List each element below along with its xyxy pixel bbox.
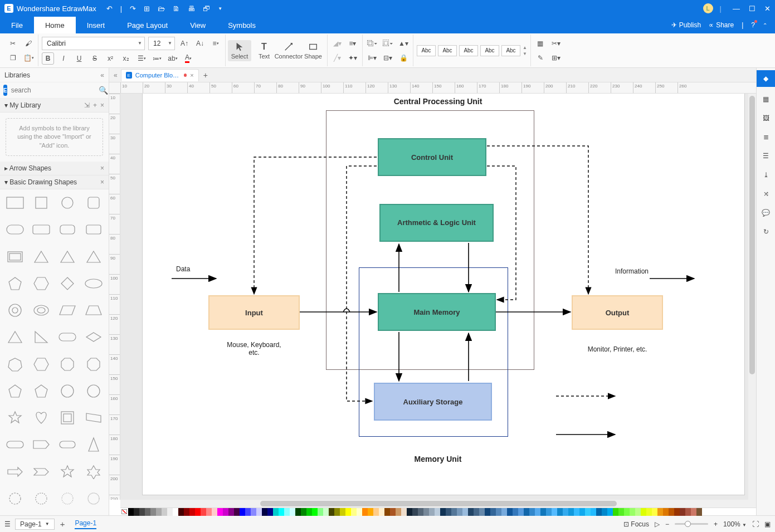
color-swatch[interactable] (613, 508, 618, 516)
block-output[interactable]: Output (572, 295, 663, 330)
tab-home[interactable]: Home (34, 17, 76, 33)
color-swatch[interactable] (635, 508, 641, 516)
color-swatch[interactable] (674, 508, 680, 516)
share-button[interactable]: ∝Share (709, 21, 734, 29)
color-swatch[interactable] (340, 508, 345, 516)
color-swatch[interactable] (251, 508, 256, 516)
shape-rhombus[interactable] (82, 327, 105, 347)
tab-page-layout[interactable]: Page Layout (116, 17, 179, 33)
shape-pentagon-3[interactable] (30, 381, 52, 401)
color-swatch[interactable] (591, 508, 596, 516)
shape-stadium[interactable] (56, 327, 79, 347)
color-swatch[interactable] (373, 508, 379, 516)
collapse-ribbon-button[interactable]: ⌃ (763, 22, 767, 28)
color-swatch[interactable] (212, 508, 217, 516)
close-section-icon[interactable]: × (100, 164, 104, 172)
zoom-slider[interactable] (675, 523, 708, 525)
color-swatch[interactable] (306, 508, 312, 516)
color-swatch[interactable] (295, 508, 301, 516)
color-swatch[interactable] (128, 508, 134, 516)
color-swatch[interactable] (145, 508, 150, 516)
italic-button[interactable]: I (57, 52, 70, 65)
style-preset-2[interactable]: Abc (438, 45, 457, 56)
color-swatch[interactable] (173, 508, 178, 516)
section-basic-shapes[interactable]: ▾ Basic Drawing Shapes × (0, 175, 109, 189)
color-swatch[interactable] (457, 508, 462, 516)
color-swatch[interactable] (630, 508, 635, 516)
shape-triangle-3[interactable] (82, 247, 105, 267)
shape-triangle-tall[interactable] (82, 435, 105, 455)
color-swatch[interactable] (390, 508, 396, 516)
shape-hexagon-2[interactable] (30, 354, 52, 374)
color-swatch[interactable] (245, 508, 251, 516)
color-swatch[interactable] (624, 508, 630, 516)
block-alu[interactable]: Arthmetic & Logic Unit (379, 204, 494, 242)
ruler-button[interactable]: ⊞▾ (550, 52, 562, 64)
color-swatch[interactable] (357, 508, 362, 516)
lock-button[interactable]: 🔒 (397, 52, 410, 64)
color-swatch[interactable] (540, 508, 546, 516)
style-preset-5[interactable]: Abc (501, 45, 520, 56)
font-family-dropdown[interactable]: Calibri▼ (42, 37, 145, 50)
color-swatch[interactable] (641, 508, 646, 516)
new-tab-button[interactable]: + (200, 71, 211, 80)
no-fill-swatch[interactable] (120, 508, 128, 515)
color-swatch[interactable] (201, 508, 206, 516)
shape-burst-12[interactable] (30, 489, 52, 509)
color-swatch[interactable] (423, 508, 429, 516)
scrollbar-horizontal[interactable] (120, 500, 756, 507)
shape-donut[interactable] (3, 300, 26, 320)
color-swatch[interactable] (652, 508, 657, 516)
maximize-button[interactable]: ☐ (749, 4, 755, 13)
help-button[interactable]: ? (751, 21, 755, 29)
flip-button[interactable]: ▲▾ (397, 37, 410, 50)
block-input[interactable]: Input (208, 295, 300, 330)
color-swatch[interactable] (507, 508, 513, 516)
distribute-button[interactable]: ⊟▾ (382, 52, 394, 64)
image-panel-icon[interactable]: 🖼 (759, 111, 773, 125)
shape-star-6[interactable] (82, 462, 105, 482)
line-color-button[interactable]: ╱▾ (331, 52, 343, 64)
shape-gear[interactable] (82, 489, 105, 509)
effects-button[interactable]: ✦▾ (347, 52, 359, 64)
outline-view-icon[interactable]: ☰ (4, 520, 11, 528)
diagram-title-cpu[interactable]: Central Processing Unit (377, 97, 499, 106)
shape-ellipse[interactable] (82, 274, 105, 294)
shape-oval-ring[interactable] (30, 300, 52, 320)
color-swatch[interactable] (384, 508, 390, 516)
style-scroll-up[interactable]: ▲ (523, 45, 527, 50)
align-text-button[interactable]: ≡▾ (209, 37, 222, 50)
print-button[interactable]: 🖶 (188, 4, 195, 13)
color-swatch[interactable] (529, 508, 535, 516)
page-setup-button[interactable]: ▦ (534, 37, 547, 50)
color-swatch[interactable] (284, 508, 290, 516)
block-main-memory[interactable]: Main Memory (378, 293, 496, 331)
shape-circle[interactable] (56, 193, 79, 213)
paste-button[interactable]: 📋▾ (22, 52, 35, 64)
color-swatch[interactable] (178, 508, 184, 516)
shape-parallelogram[interactable] (56, 300, 79, 320)
color-swatch[interactable] (139, 508, 145, 516)
page-dropdown[interactable]: Page-1▼ (15, 519, 55, 530)
color-swatch[interactable] (334, 508, 340, 516)
label-input-sub[interactable]: Mouse, Keyboard, etc. (221, 341, 287, 357)
label-information[interactable]: Information (615, 267, 649, 275)
color-swatch[interactable] (396, 508, 401, 516)
fill-button[interactable]: ◢▾ (331, 37, 343, 50)
shape-right-triangle[interactable] (30, 327, 52, 347)
presentation-button[interactable]: ▷ (655, 520, 660, 528)
color-swatch[interactable] (446, 508, 451, 516)
export-panel-icon[interactable]: ⤓ (759, 168, 773, 182)
zoom-level[interactable]: 100% ▼ (723, 520, 747, 528)
zoom-out-button[interactable]: − (665, 520, 669, 528)
new-button[interactable]: ⊞ (144, 4, 150, 13)
superscript-button[interactable]: x² (104, 52, 116, 65)
redo-button[interactable]: ↷ (130, 4, 136, 13)
shape-rectangle[interactable] (3, 193, 26, 213)
shape-tag[interactable] (30, 435, 52, 455)
color-swatch[interactable] (162, 508, 167, 516)
color-swatch[interactable] (663, 508, 669, 516)
color-swatch[interactable] (496, 508, 501, 516)
color-swatch[interactable] (485, 508, 490, 516)
color-swatch[interactable] (563, 508, 568, 516)
